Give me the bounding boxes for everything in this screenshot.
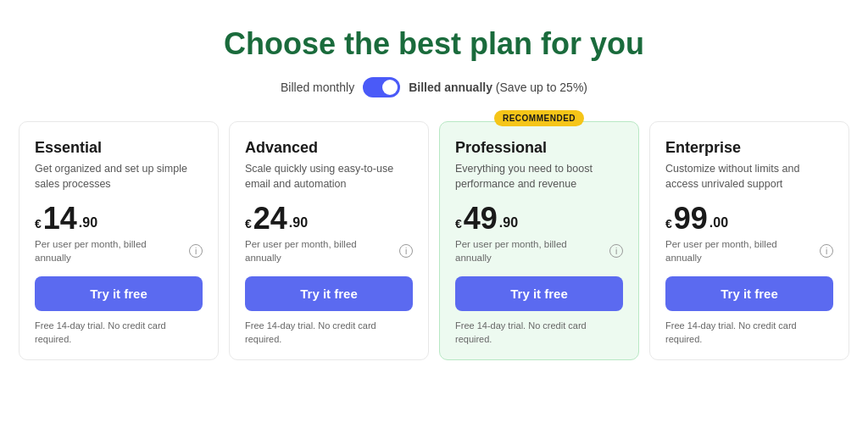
billing-toggle-row: Billed monthly Billed annually (Save up … <box>281 77 587 97</box>
page-title: Choose the best plan for you <box>224 25 644 62</box>
plan-card-advanced: Advanced Scale quickly using easy-to-use… <box>229 121 429 360</box>
plan-price-note-essential: Per user per month, billed annually <box>35 237 184 264</box>
plan-price-info-essential: Per user per month, billed annually i <box>35 237 203 264</box>
billing-annually-text: Billed annually <box>409 81 492 94</box>
toggle-track <box>363 77 400 97</box>
recommended-badge: RECOMMENDED <box>494 110 584 126</box>
billing-annually-label: Billed annually (Save up to 25%) <box>409 81 587 94</box>
trial-note-enterprise: Free 14-day trial. No credit card requir… <box>665 320 833 346</box>
plan-name-professional: Professional <box>455 139 623 157</box>
plan-price-main-advanced: 24 <box>253 203 287 234</box>
plan-price-main-essential: 14 <box>43 203 77 234</box>
plan-price-decimal-advanced: .90 <box>289 215 308 234</box>
billing-toggle[interactable] <box>363 77 400 97</box>
info-icon-advanced[interactable]: i <box>399 244 413 258</box>
plan-currency-advanced: € <box>245 217 252 234</box>
billing-monthly-label: Billed monthly <box>281 81 354 94</box>
plan-price-note-enterprise: Per user per month, billed annually <box>665 237 815 264</box>
plan-price-note-professional: Per user per month, billed annually <box>455 237 604 264</box>
trial-note-essential: Free 14-day trial. No credit card requir… <box>35 320 203 346</box>
plan-price-decimal-essential: .90 <box>79 215 97 234</box>
info-icon-essential[interactable]: i <box>189 244 203 258</box>
trial-note-professional: Free 14-day trial. No credit card requir… <box>455 320 623 346</box>
plan-desc-enterprise: Customize without limits and access unri… <box>665 162 833 192</box>
plan-currency-enterprise: € <box>665 217 672 234</box>
plan-card-professional: RECOMMENDED Professional Everything you … <box>439 121 639 360</box>
plan-price-decimal-enterprise: .00 <box>709 215 728 234</box>
try-btn-enterprise[interactable]: Try it free <box>665 276 833 311</box>
plan-price-row-advanced: € 24 .90 <box>245 203 413 234</box>
plan-currency-essential: € <box>35 217 42 234</box>
plan-desc-professional: Everything you need to boost performance… <box>455 162 623 192</box>
plan-name-enterprise: Enterprise <box>665 139 833 157</box>
plan-name-essential: Essential <box>35 139 203 157</box>
plan-price-row-enterprise: € 99 .00 <box>665 203 833 234</box>
plan-desc-essential: Get organized and set up simple sales pr… <box>35 162 203 192</box>
try-btn-professional[interactable]: Try it free <box>455 276 623 311</box>
plan-currency-professional: € <box>455 217 462 234</box>
info-icon-enterprise[interactable]: i <box>820 244 833 258</box>
info-icon-professional[interactable]: i <box>609 244 623 258</box>
plan-desc-advanced: Scale quickly using easy-to-use email an… <box>245 162 413 192</box>
plan-card-enterprise: Enterprise Customize without limits and … <box>649 121 849 360</box>
plan-price-main-professional: 49 <box>464 203 498 234</box>
plan-price-decimal-professional: .90 <box>499 215 518 234</box>
plan-price-note-advanced: Per user per month, billed annually <box>245 237 394 264</box>
plans-grid: Essential Get organized and set up simpl… <box>19 121 849 360</box>
try-btn-advanced[interactable]: Try it free <box>245 276 413 311</box>
plan-name-advanced: Advanced <box>245 139 413 157</box>
plan-price-row-professional: € 49 .90 <box>455 203 623 234</box>
try-btn-essential[interactable]: Try it free <box>35 276 203 311</box>
billing-save-text: (Save up to 25%) <box>496 81 587 94</box>
trial-note-advanced: Free 14-day trial. No credit card requir… <box>245 320 413 346</box>
toggle-thumb <box>382 80 398 95</box>
plan-card-essential: Essential Get organized and set up simpl… <box>19 121 219 360</box>
plan-price-info-professional: Per user per month, billed annually i <box>455 237 623 264</box>
plan-price-info-advanced: Per user per month, billed annually i <box>245 237 413 264</box>
plan-price-info-enterprise: Per user per month, billed annually i <box>665 237 833 264</box>
plan-price-main-enterprise: 99 <box>674 203 708 234</box>
plan-price-row-essential: € 14 .90 <box>35 203 203 234</box>
